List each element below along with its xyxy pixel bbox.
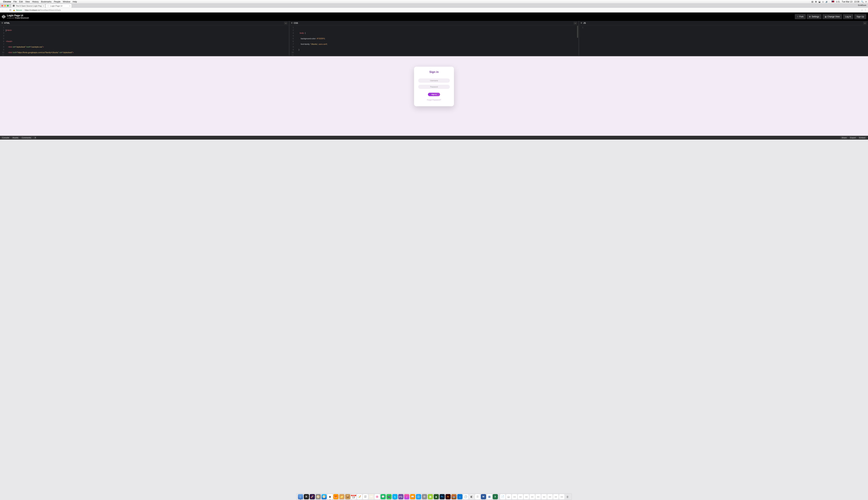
ibooks-icon[interactable]: 📖 <box>410 494 415 499</box>
app-icon[interactable]: ▦ <box>428 494 433 499</box>
reminders-icon[interactable]: ☑ <box>363 494 368 499</box>
app-icon[interactable]: 📁 <box>339 494 344 499</box>
js-panel-header[interactable]: ⚙ JS ⌄ <box>579 21 868 25</box>
browser-tab[interactable]: 🅶 The 6 Open Source Login Pag × <box>11 4 45 8</box>
export-button[interactable]: Export <box>849 136 857 139</box>
signup-button[interactable]: Sign Up <box>854 14 866 19</box>
safari-icon[interactable]: 🧭 <box>321 494 327 499</box>
doc-icon[interactable]: ▭ <box>524 494 529 499</box>
gear-icon[interactable]: ⚙ <box>291 22 293 24</box>
fork-button[interactable]: ⑂Fork <box>795 14 806 19</box>
zoom-window-icon[interactable] <box>7 5 9 7</box>
status-icon[interactable]: ✿ <box>815 1 817 3</box>
teamviewer-icon[interactable]: ↔ <box>457 494 462 499</box>
photos-icon[interactable]: 🌸 <box>375 494 380 499</box>
chevron-down-icon[interactable]: ⌄ <box>863 22 867 24</box>
gear-icon[interactable]: ⚙ <box>581 22 582 24</box>
address-bar[interactable]: 🔒 Secure | https://codepen.io/Devel0per9… <box>13 9 861 11</box>
html-code[interactable]: <html> <head> <link rel="stylesheet" hre… <box>5 25 289 56</box>
doc-icon[interactable]: ▭ <box>541 494 547 499</box>
signin-button[interactable]: Sign in <box>428 93 440 96</box>
calendar-icon[interactable]: MAR13 <box>351 494 356 499</box>
menu-history[interactable]: History <box>32 1 38 3</box>
phpstorm-icon[interactable]: PS <box>398 494 403 499</box>
app-icon[interactable]: ▦ <box>487 494 492 499</box>
codepen-logo-icon[interactable] <box>2 15 5 19</box>
dropbox-icon[interactable]: ⬓ <box>819 1 820 3</box>
volume-icon[interactable]: 🔊 <box>825 1 828 3</box>
terminal-icon[interactable]: ⌘ <box>304 494 309 499</box>
chevron-down-icon[interactable]: ⌄ <box>574 22 577 24</box>
password-input[interactable] <box>418 85 450 89</box>
doc-icon[interactable]: ▭ <box>536 494 541 499</box>
maps-icon[interactable]: 🗺 <box>369 494 374 499</box>
word-icon[interactable]: W <box>481 494 486 499</box>
appstore-icon[interactable]: Ⓐ <box>416 494 421 499</box>
notes-icon[interactable]: 📝 <box>357 494 362 499</box>
firefox-icon[interactable]: 🦊 <box>333 494 339 499</box>
doc-icon[interactable]: 🗂 <box>506 494 511 499</box>
menu-help[interactable]: Help <box>73 1 77 3</box>
doc-icon[interactable]: ▭ <box>553 494 559 499</box>
doc-icon[interactable]: ▭ <box>547 494 552 499</box>
messages-icon[interactable]: 💬 <box>380 494 386 499</box>
forgot-password-link[interactable]: Forgot Password? <box>427 99 441 101</box>
js-code-area[interactable]: 1 <box>579 25 868 56</box>
doc-icon[interactable]: ▭ <box>512 494 517 499</box>
safari-grey-icon[interactable]: 🧭 <box>316 494 321 499</box>
html-panel-header[interactable]: ⚙ HTML ⌄ <box>0 21 289 25</box>
console-button[interactable]: Console <box>1 136 10 139</box>
spotlight-icon[interactable]: 🔍 <box>861 1 864 3</box>
username-input[interactable] <box>418 79 450 83</box>
settings-icon[interactable]: ⚙ <box>422 494 427 499</box>
js-code[interactable] <box>584 25 868 56</box>
facetime-icon[interactable]: 📹 <box>386 494 392 499</box>
css-panel-header[interactable]: ⚙ CSS ⌄ <box>289 21 579 25</box>
bookmark-star-icon[interactable]: ☆ <box>861 9 863 11</box>
gear-icon[interactable]: ⚙ <box>1 22 3 24</box>
menu-edit[interactable]: Edit <box>19 1 23 3</box>
menu-people[interactable]: People <box>54 1 60 3</box>
css-code[interactable]: body { background-color: #F3EBF6; font-f… <box>295 25 579 56</box>
chevron-down-icon[interactable]: ⌄ <box>284 22 287 24</box>
scrollbar[interactable] <box>577 26 578 38</box>
doc-icon[interactable]: 📄 <box>500 494 505 499</box>
share-button[interactable]: Share <box>840 136 848 139</box>
itunes-icon[interactable]: ♪ <box>404 494 409 499</box>
close-tab-icon[interactable]: × <box>43 5 44 7</box>
css-code-area[interactable]: 123456789101112131415 body { background-… <box>289 25 579 56</box>
trash-icon[interactable]: 🗑 <box>565 494 570 499</box>
wifi-icon[interactable]: ◇ <box>822 1 824 3</box>
browser-tab-active[interactable]: ⬚ Login Page UI × <box>46 4 72 8</box>
menu-app[interactable]: Chrome <box>3 1 11 3</box>
doc-icon[interactable]: ▭ <box>518 494 523 499</box>
embed-button[interactable]: Embed <box>858 136 867 139</box>
minimize-window-icon[interactable] <box>4 5 6 7</box>
html-code-area[interactable]: 123456789101112131415 <html> <head> <lin… <box>0 25 289 56</box>
illustrator-icon[interactable]: Ai <box>445 494 451 499</box>
doc-icon[interactable]: ▭ <box>530 494 535 499</box>
menu-window[interactable]: Window <box>63 1 70 3</box>
photoshop-icon[interactable]: Ps <box>439 494 445 499</box>
menu-bookmarks[interactable]: Bookmarks <box>41 1 52 3</box>
finder-icon[interactable]: ☺ <box>298 494 303 499</box>
excel-icon[interactable]: X <box>493 494 498 499</box>
notification-center-icon[interactable]: ≡ <box>865 1 867 3</box>
change-view-button[interactable]: ▥Change View <box>823 14 842 19</box>
close-icon[interactable]: ✕ <box>33 136 36 139</box>
app-icon[interactable]: 📚 <box>452 494 457 499</box>
app-icon[interactable]: 🕐 <box>463 494 468 499</box>
status-icon[interactable]: ▤ <box>811 1 813 3</box>
assets-button[interactable]: Assets <box>11 136 20 139</box>
back-icon[interactable]: ← <box>1 9 4 11</box>
reload-icon[interactable]: ⟳ <box>9 9 12 11</box>
app-icon[interactable]: ◧ <box>469 494 474 499</box>
app-icon[interactable]: 📦 <box>345 494 350 499</box>
app-icon[interactable]: ☰ <box>475 494 480 499</box>
settings-button[interactable]: ⚙Settings <box>807 14 821 19</box>
login-button[interactable]: Log In <box>843 14 853 19</box>
launchpad-icon[interactable]: 🚀 <box>310 494 315 499</box>
app-icon[interactable]: ♣ <box>434 494 439 499</box>
doc-icon[interactable]: ▭ <box>559 494 564 499</box>
close-window-icon[interactable] <box>1 5 3 7</box>
